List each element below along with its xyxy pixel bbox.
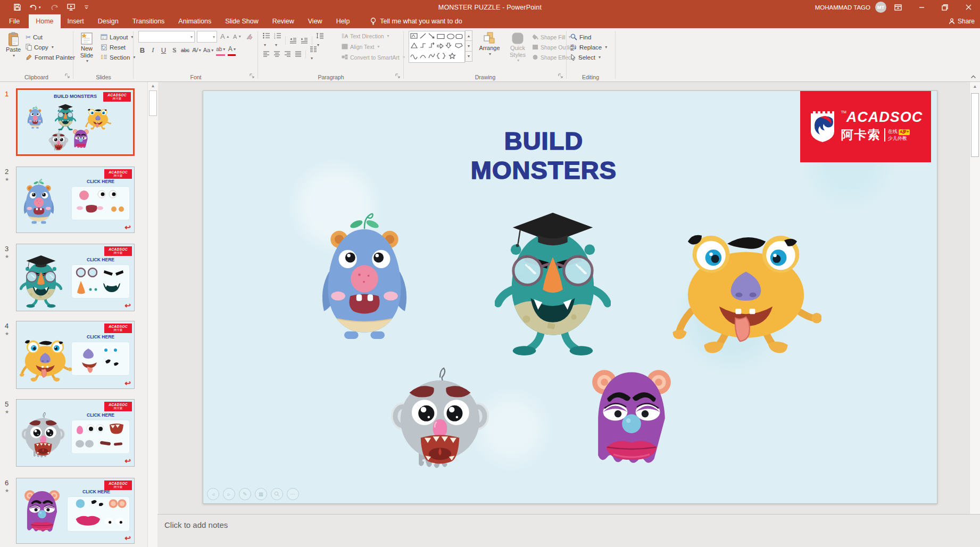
align-right-button[interactable] [284, 51, 291, 57]
tab-transitions[interactable]: Transitions [126, 14, 172, 28]
main-scrollbar-thumb[interactable] [971, 93, 979, 157]
convert-to-smartart-button[interactable]: Convert to SmartArt [342, 52, 405, 62]
drawing-dialog-launcher[interactable] [558, 73, 564, 79]
bold-button[interactable]: B [138, 45, 146, 55]
replace-button[interactable]: abacReplace [570, 42, 607, 52]
change-case-button[interactable]: Aa [203, 45, 213, 55]
thumbnail-slide-4[interactable]: ACADSOC阿卡索 CLICK HERE ↩ [16, 321, 135, 389]
thumbnail-slide-1[interactable]: BUILD MONSTERS ACADSOC阿卡索 [16, 88, 135, 156]
next-slide-button[interactable]: ▹ [223, 488, 235, 500]
reset-button[interactable]: Reset [101, 42, 126, 52]
clipboard-dialog-launcher[interactable] [65, 73, 71, 79]
zoom-button[interactable] [271, 488, 283, 500]
find-button[interactable]: Find [570, 32, 591, 42]
underline-button[interactable]: U [160, 45, 168, 55]
decrease-indent-button[interactable] [289, 37, 297, 44]
align-left-button[interactable] [263, 51, 270, 57]
character-spacing-button[interactable]: AV [192, 45, 201, 55]
collapse-ribbon-button[interactable] [970, 75, 976, 79]
save-icon[interactable] [14, 4, 21, 11]
tab-file[interactable]: File [0, 14, 29, 28]
line-spacing-button[interactable] [316, 32, 324, 48]
redo-button[interactable] [50, 4, 58, 11]
see-all-slides-button[interactable]: ▦ [255, 488, 267, 500]
main-scrollbar[interactable]: ▲ [969, 82, 980, 514]
slide-number: 3 [5, 245, 14, 253]
previous-slide-button[interactable]: ◃ [207, 488, 219, 500]
arrange-button[interactable]: Arrange [476, 32, 503, 56]
cut-button[interactable]: ✂Cut [26, 32, 43, 42]
monster-purple[interactable] [586, 365, 677, 476]
minimize-button[interactable] [910, 0, 933, 14]
monster-blue[interactable] [314, 207, 415, 349]
text-direction-button[interactable]: AText Direction [342, 31, 389, 41]
quick-styles-button[interactable]: Quick Styles [505, 32, 530, 63]
notes-pane[interactable]: Click to add notes [157, 514, 980, 547]
thumbnail-scrollbar[interactable]: ▲ [147, 82, 158, 547]
justify-button[interactable] [295, 51, 302, 57]
font-size-combo[interactable]: ▾ [197, 31, 217, 43]
font-color-button[interactable]: A [228, 44, 236, 56]
start-slideshow-icon[interactable] [67, 4, 75, 11]
scissors-icon: ✂ [26, 34, 31, 41]
customize-qat-icon[interactable] [84, 5, 89, 10]
scroll-up-arrow-icon[interactable]: ▲ [970, 82, 980, 90]
align-center-button[interactable] [273, 51, 280, 57]
columns-button[interactable] [310, 46, 317, 62]
close-button[interactable] [957, 0, 980, 14]
tab-animations[interactable]: Animations [171, 14, 218, 28]
tab-home[interactable]: Home [29, 14, 60, 28]
shapes-gallery[interactable] [409, 31, 465, 63]
clear-formatting-button[interactable] [246, 31, 253, 42]
increase-indent-button[interactable] [301, 37, 308, 44]
restore-button[interactable] [933, 0, 957, 14]
font-name-combo[interactable]: ▾ [138, 31, 195, 43]
tab-view[interactable]: View [301, 14, 329, 28]
shrink-font-button[interactable]: A▼ [233, 31, 242, 42]
select-button[interactable]: Select [570, 52, 601, 62]
undo-button[interactable]: ▾ [30, 4, 41, 11]
thumbnail-slide-6[interactable]: ACADSOC阿卡索 CLICK HERE ↩ [16, 478, 135, 544]
thumbnail-slide-3[interactable]: ACADSOC阿卡索 CLICK HERE ↩ [16, 244, 135, 311]
format-painter-button[interactable]: Format Painter [26, 52, 75, 62]
tab-insert[interactable]: Insert [61, 14, 91, 28]
paragraph-dialog-launcher[interactable] [395, 73, 401, 79]
grow-font-button[interactable]: A▲ [220, 31, 230, 42]
pen-tool-button[interactable]: ✎ [239, 488, 251, 500]
tab-help[interactable]: Help [329, 14, 357, 28]
tell-me-box[interactable]: Tell me what you want to do [370, 14, 462, 28]
slide-title[interactable]: BUILD MONSTERS [432, 126, 655, 185]
user-name[interactable]: MOHAMMAD TAGO [815, 4, 870, 11]
strikethrough-button[interactable]: abc [181, 45, 189, 55]
highlight-button[interactable]: ab [216, 44, 225, 56]
paste-button[interactable]: Paste [3, 31, 23, 58]
section-button[interactable]: Section [101, 52, 135, 62]
scroll-up-arrow-icon[interactable]: ▲ [148, 82, 158, 90]
new-slide-button[interactable]: New Slide [76, 31, 97, 63]
thumbnail-scrollbar-thumb[interactable] [149, 90, 157, 116]
thumbnail-slide-2[interactable]: ACADSOC阿卡索 CLICK HERE ↩ [16, 167, 135, 233]
monster-teal[interactable] [495, 205, 611, 358]
shapes-gallery-scrollbar[interactable]: ▲▼▼ [465, 31, 472, 62]
share-button[interactable]: Share [949, 14, 975, 28]
copy-button[interactable]: Copy [26, 42, 54, 52]
tab-review[interactable]: Review [265, 14, 301, 28]
avatar[interactable]: MT [875, 2, 886, 13]
slide-canvas[interactable]: BUILD MONSTERS TMACADSOC 阿卡索 在线 4岁+ 少儿外教 [203, 90, 937, 504]
shape-fill-button[interactable]: Shape Fill [532, 32, 571, 42]
monster-yellow[interactable] [670, 224, 821, 358]
tab-design[interactable]: Design [91, 14, 126, 28]
acadsoc-logo[interactable]: TMACADSOC 阿卡索 在线 4岁+ 少儿外教 [800, 91, 931, 162]
monster-gray[interactable] [391, 363, 489, 474]
tab-slide-show[interactable]: Slide Show [218, 14, 265, 28]
text-shadow-button[interactable]: S [170, 45, 178, 55]
thumbnail-slide-5[interactable]: ACADSOC阿卡索 CLICK HERE ↩ [16, 399, 135, 467]
italic-button[interactable]: I [149, 45, 157, 55]
font-dialog-launcher[interactable] [250, 73, 255, 79]
return-arrow-icon: ↩ [124, 534, 131, 542]
face-parts-panel [72, 265, 129, 298]
more-options-button[interactable]: ⋯ [287, 488, 299, 500]
ribbon-display-options-button[interactable] [886, 0, 910, 14]
align-text-button[interactable]: Align Text [342, 42, 379, 52]
layout-button[interactable]: Layout [101, 32, 134, 42]
